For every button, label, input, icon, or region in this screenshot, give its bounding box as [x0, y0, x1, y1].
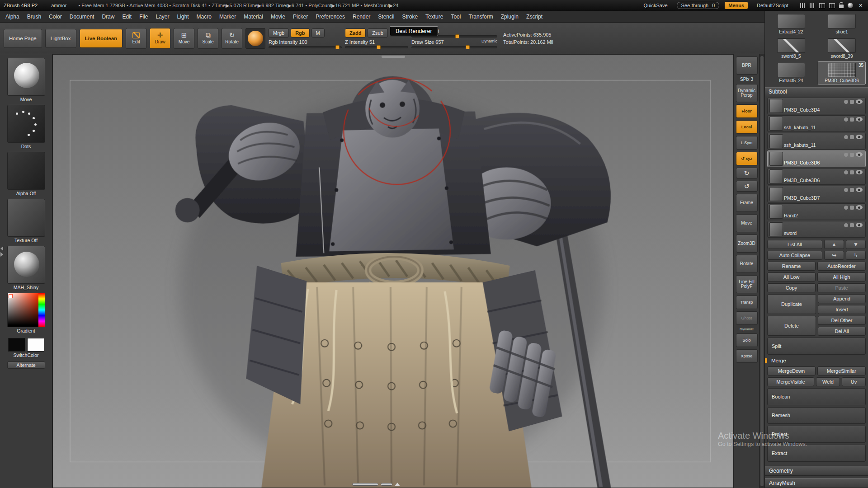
- zadd-button[interactable]: Zadd: [345, 28, 366, 38]
- saturation-square[interactable]: [8, 293, 38, 327]
- menu-item-render[interactable]: Render: [353, 14, 370, 20]
- rgb-intensity-handle[interactable]: [335, 45, 340, 49]
- menu-item-marker[interactable]: Marker: [219, 14, 236, 20]
- subtool-palette-header[interactable]: Subtool: [765, 87, 868, 96]
- rotate-button[interactable]: ↻ Rotate: [222, 28, 242, 49]
- polypaint-icon[interactable]: [844, 206, 848, 210]
- floor-button[interactable]: Floor: [736, 104, 758, 118]
- copy-button[interactable]: Copy: [767, 283, 816, 292]
- alternate-button[interactable]: Alternate: [7, 361, 45, 369]
- tool-thumb-shoe[interactable]: shoe1: [818, 13, 866, 36]
- expand-right-icon[interactable]: [0, 252, 3, 257]
- tray-resize-arrows[interactable]: [0, 246, 3, 257]
- remesh-section[interactable]: Remesh: [767, 407, 866, 424]
- lsym-button[interactable]: L.Sym: [736, 136, 758, 150]
- dynamic-mode-label[interactable]: Dynamic: [481, 39, 497, 43]
- draw-size-slider[interactable]: Dynamic Draw Size 657: [411, 39, 497, 48]
- menu-item-material[interactable]: Material: [244, 14, 263, 20]
- zoom-canvas-icon[interactable]: ↺: [736, 181, 758, 192]
- rotate-3d-button[interactable]: Rotate: [736, 255, 758, 273]
- uv-map-icon[interactable]: [850, 135, 854, 139]
- tool-thumb-extract5[interactable]: Extract5_24: [767, 61, 815, 84]
- menu-item-tool[interactable]: Tool: [451, 14, 461, 20]
- subtool-row[interactable]: PM3D_Cube3D4: [767, 98, 866, 114]
- shelf-drag-handle[interactable]: [382, 56, 405, 58]
- polypaint-icon[interactable]: [844, 100, 848, 104]
- ghost-button[interactable]: Ghost: [736, 311, 758, 325]
- spix-slider[interactable]: SPix 3: [740, 77, 753, 82]
- rgb-button[interactable]: Rgb: [291, 28, 309, 38]
- bpr-button[interactable]: BPR: [736, 56, 758, 75]
- rename-button[interactable]: Rename: [767, 262, 816, 271]
- del-other-button[interactable]: Del Other: [818, 316, 866, 325]
- m-button[interactable]: M: [311, 28, 325, 38]
- weld-button[interactable]: Weld: [816, 377, 840, 386]
- transparency-button[interactable]: Transp: [736, 296, 758, 309]
- alpha-selector[interactable]: [7, 152, 45, 190]
- edit-button[interactable]: Edit: [126, 28, 146, 49]
- polypaint-icon[interactable]: [844, 117, 848, 122]
- menu-item-picker[interactable]: Picker: [293, 14, 308, 20]
- auto-collapse-button[interactable]: Auto Collapse: [767, 251, 822, 260]
- polyframe-button[interactable]: Line Fill PolyF: [736, 275, 758, 293]
- move-button[interactable]: ⊞ Move: [174, 28, 194, 49]
- hue-strip[interactable]: [38, 293, 45, 327]
- main-color-swatch[interactable]: [8, 338, 25, 352]
- scale-button[interactable]: ⧉ Scale: [198, 28, 218, 49]
- subtool-row[interactable]: Hand2: [767, 203, 866, 220]
- scrollbar-thumb[interactable]: [352, 483, 378, 486]
- menu-item-light[interactable]: Light: [177, 14, 189, 20]
- zsub-button[interactable]: Zsub: [368, 28, 387, 38]
- uv-map-icon[interactable]: [850, 117, 854, 122]
- menu-item-edit[interactable]: Edit: [122, 14, 132, 20]
- quicksave-button[interactable]: QuickSave: [640, 2, 671, 9]
- projection-master-icon[interactable]: [848, 3, 853, 8]
- uv-button[interactable]: Uv: [842, 377, 866, 386]
- viewport-canvas[interactable]: [52, 54, 734, 488]
- focal-shift-handle[interactable]: [455, 34, 459, 38]
- stroke-selector[interactable]: [7, 105, 45, 143]
- merge-section-header[interactable]: Merge: [767, 357, 866, 365]
- scroll-up-icon[interactable]: [395, 483, 400, 486]
- menu-item-texture[interactable]: Texture: [425, 14, 443, 20]
- split-section[interactable]: Split: [767, 338, 866, 355]
- uv-map-icon[interactable]: [850, 153, 854, 157]
- lock-icon[interactable]: [839, 5, 844, 8]
- visibility-eye-icon[interactable]: [856, 205, 863, 210]
- visibility-eye-icon[interactable]: [856, 152, 863, 157]
- dynamic-persp-button[interactable]: Dynamic Persp: [736, 84, 758, 102]
- merge-visible-button[interactable]: MergeVisible: [767, 377, 814, 386]
- dynamic-solo-label[interactable]: Dynamic: [740, 327, 754, 331]
- current-material-swatch[interactable]: [245, 28, 265, 49]
- close-icon[interactable]: ×: [857, 2, 864, 9]
- arraymesh-palette-header[interactable]: ArrayMesh: [765, 478, 868, 488]
- menu-item-zplugin[interactable]: Zplugin: [501, 14, 519, 20]
- uv-map-icon[interactable]: [850, 170, 854, 174]
- menu-item-stencil[interactable]: Stencil: [378, 14, 394, 20]
- draw-button[interactable]: ✛ Draw: [150, 28, 170, 49]
- draw-size-handle[interactable]: [466, 45, 470, 49]
- color-picker[interactable]: [7, 293, 45, 327]
- merge-down-button[interactable]: MergeDown: [767, 366, 816, 375]
- xyz-axis-button[interactable]: ↺ xyz: [736, 152, 758, 165]
- menu-item-stroke[interactable]: Stroke: [402, 14, 418, 20]
- subtool-row[interactable]: ssh_kabuto_11: [767, 115, 866, 132]
- lightbox-button[interactable]: LightBox: [45, 29, 76, 48]
- z-intensity-slider[interactable]: Z Intensity 51: [345, 39, 408, 48]
- rgb-intensity-slider[interactable]: Rgb Intensity 100: [269, 39, 342, 48]
- subtool-row[interactable]: PM3D_Cube3D7: [767, 186, 866, 202]
- project-section[interactable]: Project: [767, 426, 866, 443]
- menu-item-color[interactable]: Color: [49, 14, 62, 20]
- menu-item-file[interactable]: File: [139, 14, 148, 20]
- menu-item-macro[interactable]: Macro: [197, 14, 212, 20]
- insert-button[interactable]: Insert: [818, 305, 866, 314]
- extract-section[interactable]: Extract: [767, 445, 866, 462]
- menu-item-document[interactable]: Document: [70, 14, 94, 20]
- solo-button[interactable]: Solo: [736, 333, 758, 347]
- local-symmetry-button[interactable]: Local: [736, 120, 758, 134]
- layout-left-icon[interactable]: [819, 3, 825, 8]
- subtool-up-button[interactable]: ▲: [824, 240, 844, 249]
- all-low-button[interactable]: All Low: [767, 272, 816, 282]
- move-3d-button[interactable]: Move: [736, 214, 758, 232]
- geometry-palette-header[interactable]: Geometry: [765, 466, 868, 476]
